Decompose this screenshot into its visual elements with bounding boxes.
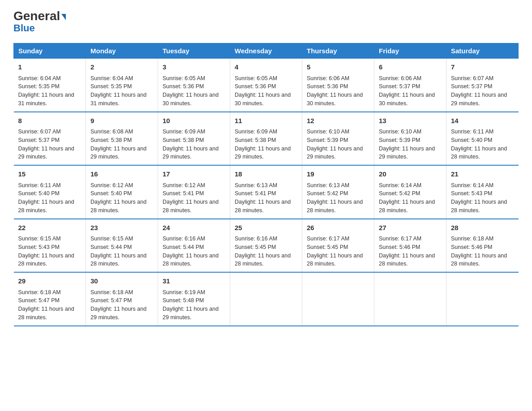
day-info: Sunrise: 6:09 AMSunset: 5:38 PMDaylight:… (163, 128, 219, 160)
day-info: Sunrise: 6:07 AMSunset: 5:37 PMDaylight:… (18, 128, 74, 160)
day-cell: 27Sunrise: 6:17 AMSunset: 5:46 PMDayligh… (374, 219, 446, 273)
day-cell: 26Sunrise: 6:17 AMSunset: 5:45 PMDayligh… (302, 219, 374, 273)
day-info: Sunrise: 6:17 AMSunset: 5:46 PMDaylight:… (379, 235, 435, 267)
day-number: 13 (379, 116, 442, 126)
day-info: Sunrise: 6:18 AMSunset: 5:47 PMDaylight:… (90, 289, 146, 321)
day-cell: 9Sunrise: 6:08 AMSunset: 5:38 PMDaylight… (86, 112, 158, 166)
day-number: 2 (90, 62, 153, 73)
day-number: 23 (90, 223, 153, 233)
day-number: 3 (163, 62, 225, 73)
day-number: 11 (235, 116, 297, 126)
day-info: Sunrise: 6:08 AMSunset: 5:38 PMDaylight:… (90, 128, 146, 160)
day-number: 18 (235, 169, 297, 180)
day-cell: 3Sunrise: 6:05 AMSunset: 5:36 PMDaylight… (158, 59, 230, 112)
day-cell: 11Sunrise: 6:09 AMSunset: 5:38 PMDayligh… (230, 112, 302, 166)
day-info: Sunrise: 6:10 AMSunset: 5:39 PMDaylight:… (307, 128, 363, 160)
logo-line2: Blue (13, 22, 35, 34)
day-cell: 29Sunrise: 6:18 AMSunset: 5:47 PMDayligh… (14, 272, 86, 326)
day-number: 7 (451, 62, 514, 73)
day-info: Sunrise: 6:04 AMSunset: 5:35 PMDaylight:… (18, 75, 74, 107)
weekday-header-tuesday: Tuesday (158, 43, 230, 59)
week-row-2: 8Sunrise: 6:07 AMSunset: 5:37 PMDaylight… (14, 112, 519, 166)
day-info: Sunrise: 6:12 AMSunset: 5:41 PMDaylight:… (163, 182, 219, 214)
day-cell: 12Sunrise: 6:10 AMSunset: 5:39 PMDayligh… (302, 112, 374, 166)
day-cell: 4Sunrise: 6:05 AMSunset: 5:36 PMDaylight… (230, 59, 302, 112)
day-info: Sunrise: 6:16 AMSunset: 5:44 PMDaylight:… (163, 235, 219, 267)
day-number: 5 (307, 62, 369, 73)
day-cell (446, 272, 519, 326)
day-info: Sunrise: 6:12 AMSunset: 5:40 PMDaylight:… (90, 182, 146, 214)
day-number: 25 (235, 223, 297, 233)
day-number: 15 (18, 169, 82, 180)
day-cell: 8Sunrise: 6:07 AMSunset: 5:37 PMDaylight… (14, 112, 86, 166)
day-cell (374, 272, 446, 326)
day-cell: 13Sunrise: 6:10 AMSunset: 5:39 PMDayligh… (374, 112, 446, 166)
weekday-header-row: SundayMondayTuesdayWednesdayThursdayFrid… (14, 43, 519, 59)
day-number: 31 (163, 276, 225, 287)
day-number: 17 (163, 169, 225, 180)
day-cell: 15Sunrise: 6:11 AMSunset: 5:40 PMDayligh… (14, 165, 86, 219)
day-number: 1 (18, 62, 82, 73)
day-number: 12 (307, 116, 369, 126)
day-number: 10 (163, 116, 225, 126)
day-number: 22 (18, 223, 82, 233)
day-cell (302, 272, 374, 326)
day-info: Sunrise: 6:15 AMSunset: 5:43 PMDaylight:… (18, 235, 74, 267)
day-info: Sunrise: 6:18 AMSunset: 5:46 PMDaylight:… (451, 235, 507, 267)
day-info: Sunrise: 6:14 AMSunset: 5:43 PMDaylight:… (451, 182, 507, 214)
day-info: Sunrise: 6:18 AMSunset: 5:47 PMDaylight:… (18, 289, 74, 321)
day-info: Sunrise: 6:13 AMSunset: 5:41 PMDaylight:… (235, 182, 291, 214)
day-number: 21 (451, 169, 514, 180)
day-number: 30 (90, 276, 153, 287)
day-cell: 28Sunrise: 6:18 AMSunset: 5:46 PMDayligh… (446, 219, 519, 273)
week-row-5: 29Sunrise: 6:18 AMSunset: 5:47 PMDayligh… (14, 272, 519, 326)
logo-line1: General (13, 9, 66, 23)
day-cell: 7Sunrise: 6:07 AMSunset: 5:37 PMDaylight… (446, 59, 519, 112)
day-number: 16 (90, 169, 153, 180)
day-number: 24 (163, 223, 225, 233)
weekday-header-thursday: Thursday (302, 43, 374, 59)
day-info: Sunrise: 6:06 AMSunset: 5:37 PMDaylight:… (379, 75, 435, 107)
day-number: 27 (379, 223, 442, 233)
day-cell: 19Sunrise: 6:13 AMSunset: 5:42 PMDayligh… (302, 165, 374, 219)
day-info: Sunrise: 6:14 AMSunset: 5:42 PMDaylight:… (379, 182, 435, 214)
day-number: 26 (307, 223, 369, 233)
day-cell: 16Sunrise: 6:12 AMSunset: 5:40 PMDayligh… (86, 165, 158, 219)
day-number: 20 (379, 169, 442, 180)
week-row-3: 15Sunrise: 6:11 AMSunset: 5:40 PMDayligh… (14, 165, 519, 219)
day-number: 9 (90, 116, 153, 126)
weekday-header-wednesday: Wednesday (230, 43, 302, 59)
day-number: 6 (379, 62, 442, 73)
page-header: General Blue (13, 9, 519, 34)
day-info: Sunrise: 6:05 AMSunset: 5:36 PMDaylight:… (163, 75, 219, 107)
day-info: Sunrise: 6:11 AMSunset: 5:40 PMDaylight:… (18, 182, 74, 214)
day-info: Sunrise: 6:05 AMSunset: 5:36 PMDaylight:… (235, 75, 291, 107)
day-info: Sunrise: 6:13 AMSunset: 5:42 PMDaylight:… (307, 182, 363, 214)
weekday-header-friday: Friday (374, 43, 446, 59)
day-cell: 6Sunrise: 6:06 AMSunset: 5:37 PMDaylight… (374, 59, 446, 112)
day-number: 29 (18, 276, 82, 287)
weekday-header-saturday: Saturday (446, 43, 519, 59)
day-info: Sunrise: 6:06 AMSunset: 5:36 PMDaylight:… (307, 75, 363, 107)
day-cell: 18Sunrise: 6:13 AMSunset: 5:41 PMDayligh… (230, 165, 302, 219)
day-cell: 5Sunrise: 6:06 AMSunset: 5:36 PMDaylight… (302, 59, 374, 112)
day-cell: 31Sunrise: 6:19 AMSunset: 5:48 PMDayligh… (158, 272, 230, 326)
day-info: Sunrise: 6:09 AMSunset: 5:38 PMDaylight:… (235, 128, 291, 160)
day-number: 14 (451, 116, 514, 126)
week-row-4: 22Sunrise: 6:15 AMSunset: 5:43 PMDayligh… (14, 219, 519, 273)
day-cell: 21Sunrise: 6:14 AMSunset: 5:43 PMDayligh… (446, 165, 519, 219)
logo: General Blue (13, 9, 66, 34)
day-info: Sunrise: 6:04 AMSunset: 5:35 PMDaylight:… (90, 75, 146, 107)
day-cell: 10Sunrise: 6:09 AMSunset: 5:38 PMDayligh… (158, 112, 230, 166)
day-cell: 1Sunrise: 6:04 AMSunset: 5:35 PMDaylight… (14, 59, 86, 112)
day-cell: 22Sunrise: 6:15 AMSunset: 5:43 PMDayligh… (14, 219, 86, 273)
day-info: Sunrise: 6:15 AMSunset: 5:44 PMDaylight:… (90, 235, 146, 267)
day-cell: 24Sunrise: 6:16 AMSunset: 5:44 PMDayligh… (158, 219, 230, 273)
day-info: Sunrise: 6:11 AMSunset: 5:40 PMDaylight:… (451, 128, 507, 160)
day-info: Sunrise: 6:10 AMSunset: 5:39 PMDaylight:… (379, 128, 435, 160)
day-number: 19 (307, 169, 369, 180)
day-cell: 30Sunrise: 6:18 AMSunset: 5:47 PMDayligh… (86, 272, 158, 326)
day-info: Sunrise: 6:16 AMSunset: 5:45 PMDaylight:… (235, 235, 291, 267)
day-info: Sunrise: 6:19 AMSunset: 5:48 PMDaylight:… (163, 289, 219, 321)
day-cell: 20Sunrise: 6:14 AMSunset: 5:42 PMDayligh… (374, 165, 446, 219)
